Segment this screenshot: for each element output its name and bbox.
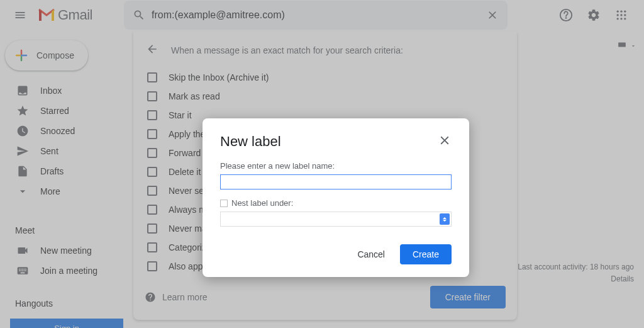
nest-parent-select[interactable] [220, 212, 452, 227]
modal-close-button[interactable] [438, 133, 452, 150]
close-icon [438, 133, 452, 147]
nest-row: Nest label under: [220, 198, 452, 208]
label-name-input[interactable] [220, 174, 452, 189]
modal-header: New label [220, 133, 452, 150]
nest-checkbox[interactable] [220, 200, 228, 207]
select-handle-icon [440, 213, 450, 225]
nest-label: Nest label under: [231, 198, 293, 208]
cancel-button[interactable]: Cancel [347, 244, 395, 264]
label-name-prompt: Please enter a new label name: [220, 161, 452, 171]
new-label-modal: New label Please enter a new label name:… [203, 118, 469, 277]
modal-title: New label [220, 133, 281, 150]
modal-footer: Cancel Create [220, 244, 452, 264]
create-button[interactable]: Create [400, 244, 452, 264]
